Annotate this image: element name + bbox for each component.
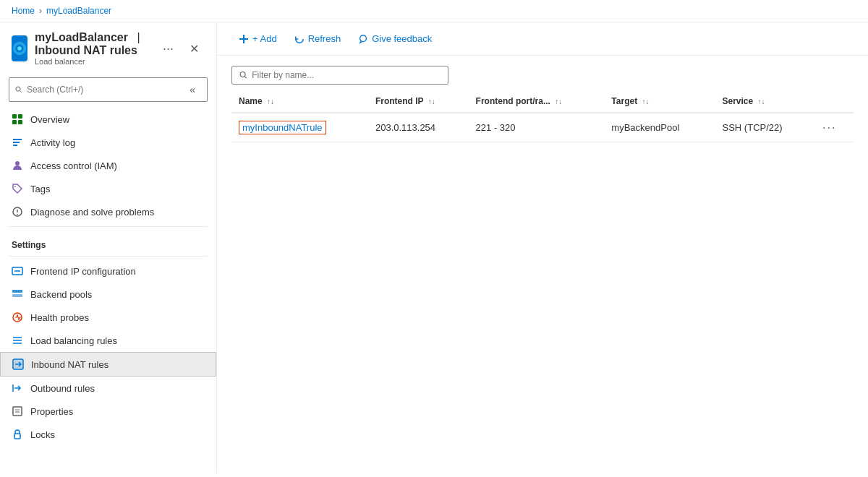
tags-icon [12,183,23,194]
sidebar-item-label: Inbound NAT rules [31,359,109,370]
refresh-button[interactable]: Refresh [287,30,349,48]
sidebar-item-tags[interactable]: Tags [0,177,216,200]
sidebar-item-label: Diagnose and solve problems [30,207,154,218]
svg-rect-28 [13,407,22,416]
sidebar-item-outbound-rules[interactable]: Outbound rules [0,377,216,400]
row-name-link[interactable]: myInboundNATrule [239,121,326,134]
svg-rect-17 [12,290,22,293]
breadcrumb-home[interactable]: Home [12,6,35,16]
filter-input-container [231,66,448,85]
page-title-separator: | [137,31,140,43]
collapse-button[interactable]: « [184,81,201,98]
ellipsis-button[interactable]: ··· [158,40,178,58]
sidebar-item-label: Activity log [30,137,75,148]
sidebar-item-label: Locks [30,429,55,440]
breadcrumb: Home › myLoadBalancer [0,0,868,22]
activity-icon [12,137,23,148]
health-icon [12,311,23,323]
svg-rect-7 [12,120,17,124]
col-frontend-ip: Frontend IP ↑↓ [368,90,469,113]
outbound-icon [12,382,23,394]
nat-icon [12,358,24,370]
svg-point-2 [17,46,22,51]
sidebar-item-label: Backend pools [30,289,92,300]
breadcrumb-resource[interactable]: myLoadBalancer [46,6,111,16]
col-service: Service ↑↓ [715,90,816,113]
cell-service: SSH (TCP/22) [715,113,816,142]
cell-row-actions: ··· [815,113,854,142]
svg-rect-31 [14,434,20,439]
search-icon [15,85,22,94]
sort-arrows[interactable]: ↑↓ [267,98,274,106]
data-table: Name ↑↓ Frontend IP ↑↓ Frontend port/ra.… [231,90,854,142]
svg-point-12 [15,161,20,166]
sidebar-item-activity-log[interactable]: Activity log [0,131,216,154]
feedback-button[interactable]: Give feedback [351,30,439,48]
filter-area [217,56,868,90]
svg-line-4 [20,91,21,93]
resource-icon [12,35,27,61]
properties-icon [12,405,23,417]
iam-icon [12,160,23,171]
sidebar: myLoadBalancer | Inbound NAT rules Load … [0,22,217,473]
svg-rect-6 [18,114,22,119]
sidebar-item-overview[interactable]: Overview [0,108,216,131]
col-actions [815,90,854,113]
breadcrumb-separator: › [39,6,42,16]
sidebar-item-backend-pools[interactable]: Backend pools [0,283,216,306]
sidebar-item-label: Health probes [30,312,89,323]
sidebar-item-iam[interactable]: Access control (IAM) [0,154,216,177]
sort-arrows[interactable]: ↑↓ [555,98,562,106]
sidebar-item-label: Load balancing rules [30,335,117,346]
lb-rules-icon [12,335,23,346]
col-frontend-port: Frontend port/ra... ↑↓ [469,90,605,113]
cell-name: myInboundNATrule [231,113,368,142]
cell-frontend-port: 221 - 320 [469,113,605,142]
svg-point-3 [16,87,20,91]
svg-rect-5 [12,114,17,119]
sidebar-item-diagnose[interactable]: Diagnose and solve problems [0,200,216,223]
svg-rect-18 [12,294,22,297]
svg-rect-8 [18,120,22,124]
sidebar-item-frontend-ip[interactable]: Frontend IP configuration [0,259,216,283]
sidebar-item-locks[interactable]: Locks [0,423,216,446]
svg-line-36 [244,77,246,78]
refresh-icon [294,34,305,44]
settings-divider [9,256,208,257]
overview-icon [12,113,23,125]
col-name: Name ↑↓ [231,90,368,113]
feedback-icon [358,34,368,44]
table-row: myInboundNATrule 203.0.113.254 221 - 320… [231,113,854,142]
search-box-container: « [9,77,208,102]
row-ellipsis-button[interactable]: ··· [822,121,836,134]
sidebar-item-label: Overview [30,114,69,125]
resource-type: Load balancer [35,57,151,66]
filter-search-icon [239,71,247,80]
search-input[interactable] [27,85,179,95]
resource-name: myLoadBalancer | Inbound NAT rules [35,31,151,57]
svg-rect-9 [13,139,22,140]
add-button[interactable]: + Add [231,30,284,48]
sidebar-item-properties[interactable]: Properties [0,400,216,423]
frontend-icon [12,265,23,277]
diagnose-icon [12,206,23,218]
sort-arrows[interactable]: ↑↓ [642,98,649,106]
backend-icon [12,288,23,300]
sidebar-item-lb-rules[interactable]: Load balancing rules [0,329,216,352]
sidebar-item-label: Properties [30,406,73,417]
cell-target: myBackendPool [604,113,715,142]
sidebar-item-inbound-nat[interactable]: Inbound NAT rules [0,352,216,377]
sort-arrows[interactable]: ↑↓ [428,98,435,106]
sidebar-item-health-probes[interactable]: Health probes [0,306,216,329]
svg-rect-11 [13,145,17,146]
col-target: Target ↑↓ [604,90,715,113]
sort-arrows[interactable]: ↑↓ [758,98,765,106]
toolbar: + Add Refresh Give feedback [217,22,868,56]
close-button[interactable]: ✕ [184,39,205,59]
nav-divider [9,226,208,227]
add-icon [239,34,249,44]
sidebar-item-label: Frontend IP configuration [30,266,136,277]
filter-input[interactable] [252,70,441,80]
locks-icon [12,429,23,440]
settings-section-label: Settings [0,230,216,253]
